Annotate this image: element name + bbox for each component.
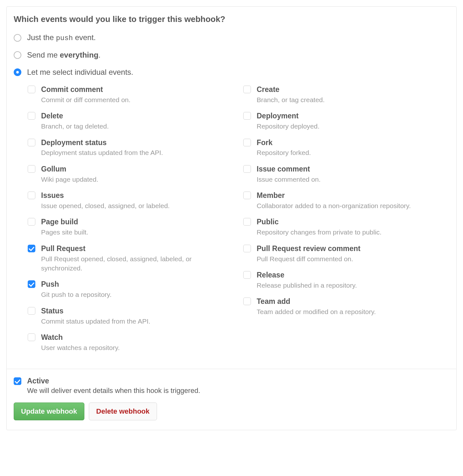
radio-everything[interactable]	[14, 51, 21, 59]
active-desc: We will deliver event details when this …	[27, 387, 449, 395]
events-grid: Commit commentCommit or diff commented o…	[28, 85, 449, 359]
event-title: Page build	[41, 217, 231, 227]
event-checkbox-team-add[interactable]	[243, 298, 251, 305]
event-title: Public	[257, 217, 446, 227]
event-member: MemberCollaborator added to a non-organi…	[243, 191, 449, 210]
event-desc: Repository forked.	[257, 148, 446, 157]
trigger-options: Just the push event.Send me everything.L…	[14, 33, 449, 77]
event-title: Commit comment	[41, 85, 231, 94]
event-desc: Pull Request diff commented on.	[257, 254, 446, 263]
event-checkbox-public[interactable]	[243, 218, 251, 226]
active-title: Active	[27, 377, 449, 385]
event-title: Push	[41, 280, 231, 289]
trigger-option-label: Just the push event.	[27, 33, 96, 42]
trigger-option-everything[interactable]: Send me everything.	[14, 51, 449, 60]
events-col-left: Commit commentCommit or diff commented o…	[28, 85, 234, 359]
event-title: Issues	[41, 191, 231, 200]
event-title: Member	[257, 191, 446, 200]
event-title: Issue comment	[257, 164, 446, 174]
event-delete: DeleteBranch, or tag deleted.	[28, 111, 234, 131]
event-desc: Collaborator added to a non-organization…	[257, 201, 446, 210]
event-fork: ForkRepository forked.	[243, 138, 449, 158]
event-checkbox-create[interactable]	[243, 86, 251, 93]
event-watch: WatchUser watches a repository.	[28, 333, 234, 352]
event-desc: Pull Request opened, closed, assigned, l…	[41, 254, 231, 273]
event-team-add: Team addTeam added or modified on a repo…	[243, 297, 449, 316]
event-page-build: Page buildPages site built.	[28, 217, 234, 237]
event-desc: Repository changes from private to publi…	[257, 228, 446, 237]
event-status: StatusCommit status updated from the API…	[28, 306, 234, 326]
event-title: Team add	[257, 297, 446, 306]
event-checkbox-status[interactable]	[28, 307, 35, 315]
event-title: Gollum	[41, 164, 231, 174]
event-title: Pull Request	[41, 244, 231, 254]
event-checkbox-pull-request[interactable]	[28, 245, 35, 252]
radio-just-push[interactable]	[14, 34, 21, 42]
event-desc: Commit status updated from the API.	[41, 317, 231, 326]
event-checkbox-deployment-status[interactable]	[28, 139, 35, 146]
event-checkbox-gollum[interactable]	[28, 165, 35, 173]
trigger-option-label: Send me everything.	[27, 51, 101, 60]
event-title: Status	[41, 306, 231, 316]
event-desc: Branch, or tag deleted.	[41, 122, 231, 131]
delete-webhook-button[interactable]: Delete webhook	[89, 402, 157, 420]
event-desc: Repository deployed.	[257, 122, 446, 131]
event-pr-review-comment: Pull Request review commentPull Request …	[243, 244, 449, 263]
button-row: Update webhook Delete webhook	[14, 402, 449, 420]
event-desc: Git push to a repository.	[41, 290, 231, 299]
event-checkbox-push[interactable]	[28, 280, 35, 288]
event-checkbox-deployment[interactable]	[243, 112, 251, 120]
events-section: Which events would you like to trigger t…	[7, 7, 456, 369]
event-desc: Deployment status updated from the API.	[41, 148, 231, 157]
event-checkbox-release[interactable]	[243, 271, 251, 279]
event-create: CreateBranch, or tag created.	[243, 85, 449, 104]
event-desc: Commit or diff commented on.	[41, 95, 231, 104]
event-issues: IssuesIssue opened, closed, assigned, or…	[28, 191, 234, 210]
event-desc: Pages site built.	[41, 228, 231, 237]
trigger-option-individual[interactable]: Let me select individual events.	[14, 68, 449, 77]
event-public: PublicRepository changes from private to…	[243, 217, 449, 237]
event-checkbox-page-build[interactable]	[28, 218, 35, 226]
trigger-option-label: Let me select individual events.	[27, 68, 133, 77]
event-checkbox-member[interactable]	[243, 192, 251, 199]
active-checkbox[interactable]	[14, 377, 21, 385]
event-desc: Wiki page updated.	[41, 175, 231, 184]
event-title: Fork	[257, 138, 446, 148]
event-checkbox-delete[interactable]	[28, 112, 35, 120]
update-webhook-button[interactable]: Update webhook	[14, 402, 84, 420]
event-issue-comment: Issue commentIssue commented on.	[243, 164, 449, 184]
events-col-right: CreateBranch, or tag created.DeploymentR…	[243, 85, 449, 359]
event-deployment: DeploymentRepository deployed.	[243, 111, 449, 131]
event-checkbox-issue-comment[interactable]	[243, 165, 251, 173]
event-gollum: GollumWiki page updated.	[28, 164, 234, 184]
radio-individual[interactable]	[14, 68, 21, 76]
event-desc: Release published in a repository.	[257, 281, 446, 290]
event-push: PushGit push to a repository.	[28, 280, 234, 299]
event-title: Delete	[41, 111, 231, 121]
event-checkbox-watch[interactable]	[28, 333, 35, 341]
event-checkbox-pr-review-comment[interactable]	[243, 245, 251, 252]
event-checkbox-commit-comment[interactable]	[28, 86, 35, 93]
active-section: Active We will deliver event details whe…	[7, 369, 456, 430]
event-commit-comment: Commit commentCommit or diff commented o…	[28, 85, 234, 104]
webhook-settings-panel: Which events would you like to trigger t…	[6, 6, 457, 430]
event-title: Create	[257, 85, 446, 94]
event-checkbox-issues[interactable]	[28, 192, 35, 199]
event-release: ReleaseRelease published in a repository…	[243, 270, 449, 290]
event-title: Deployment status	[41, 138, 231, 148]
event-pull-request: Pull RequestPull Request opened, closed,…	[28, 244, 234, 273]
event-title: Watch	[41, 333, 231, 342]
event-title: Release	[257, 270, 446, 280]
event-desc: Team added or modified on a repository.	[257, 307, 446, 316]
trigger-option-just-push[interactable]: Just the push event.	[14, 33, 449, 42]
event-deployment-status: Deployment statusDeployment status updat…	[28, 138, 234, 158]
event-desc: Issue commented on.	[257, 175, 446, 184]
event-desc: Issue opened, closed, assigned, or label…	[41, 201, 231, 210]
event-title: Pull Request review comment	[257, 244, 446, 254]
event-checkbox-fork[interactable]	[243, 139, 251, 146]
event-desc: Branch, or tag created.	[257, 95, 446, 104]
event-desc: User watches a repository.	[41, 343, 231, 352]
section-title: Which events would you like to trigger t…	[14, 14, 449, 24]
event-title: Deployment	[257, 111, 446, 121]
